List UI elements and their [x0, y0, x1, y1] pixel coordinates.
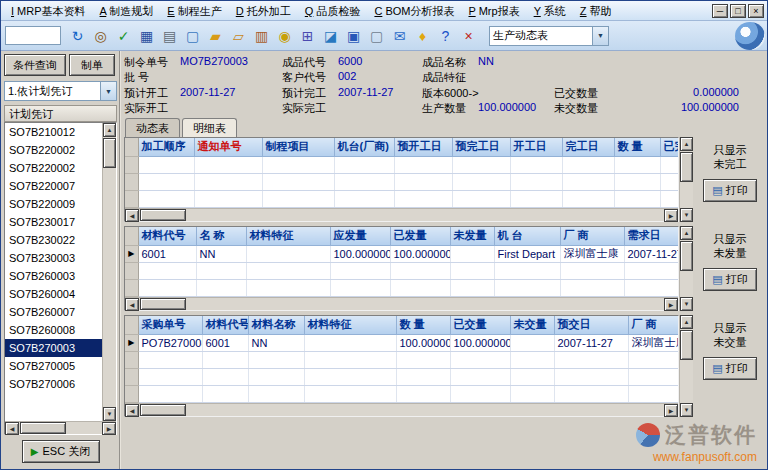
column-header[interactable]: 材料特征 — [304, 316, 396, 334]
column-header[interactable]: 已发量 — [390, 227, 450, 245]
scroll-left-button[interactable]: ◀ — [5, 422, 19, 435]
scroll-down-button[interactable]: ▼ — [680, 403, 693, 417]
order-list-item[interactable]: SO7B270005 — [5, 357, 102, 375]
column-header[interactable]: 数 量 — [396, 316, 450, 334]
column-header[interactable]: 数 量 — [614, 138, 660, 156]
menu-item[interactable]: Z 帮助 — [573, 1, 619, 20]
bell-icon[interactable]: ♦ — [411, 24, 434, 48]
coins-icon[interactable]: ◉ — [273, 24, 296, 48]
grid-row[interactable] — [125, 173, 678, 190]
scroll-up-button[interactable]: ▲ — [680, 315, 693, 329]
column-header[interactable]: 厂 商 — [560, 227, 624, 245]
grid-row[interactable] — [125, 385, 678, 402]
grid-row[interactable] — [125, 351, 678, 368]
scrollbar-track[interactable] — [187, 298, 664, 310]
help-icon[interactable]: ? — [434, 24, 457, 48]
scrollbar-thumb[interactable] — [103, 138, 116, 168]
order-list-item[interactable]: SO7B230017 — [5, 213, 102, 231]
scrollbar-track[interactable] — [187, 209, 664, 221]
scroll-up-button[interactable]: ▲ — [103, 123, 116, 137]
grid-row[interactable] — [125, 190, 678, 207]
tab-detail-view[interactable]: 明细表 — [182, 118, 237, 137]
chevron-down-icon[interactable]: ▼ — [100, 82, 116, 100]
column-header[interactable]: 材料特征 — [246, 227, 330, 245]
column-header[interactable]: 名 称 — [196, 227, 246, 245]
column-header[interactable]: 制程项目 — [262, 138, 334, 156]
order-list-item[interactable]: SO7B230003 — [5, 249, 102, 267]
scroll-up-button[interactable]: ▲ — [680, 137, 693, 151]
column-header[interactable]: 已交量 — [450, 316, 510, 334]
only-unfinished-filter[interactable]: 只显示 未完工 — [714, 143, 747, 171]
esc-close-button[interactable]: ▶ ESC 关闭 — [22, 440, 100, 463]
scroll-down-button[interactable]: ▼ — [680, 297, 693, 311]
column-header[interactable]: 材料名称 — [248, 316, 304, 334]
column-header[interactable]: 厂 商 — [628, 316, 678, 334]
chart-icon[interactable]: ◪ — [319, 24, 342, 48]
order-list-vertical-scrollbar[interactable]: ▲▼ — [102, 123, 116, 421]
column-header[interactable]: 完工日 — [562, 138, 614, 156]
scrollbar-track[interactable] — [680, 182, 693, 208]
scrollbar-track[interactable] — [67, 422, 102, 434]
scroll-right-button[interactable]: ▶ — [102, 422, 116, 435]
scrollbar-thumb[interactable] — [140, 404, 186, 416]
grid-row[interactable] — [125, 262, 678, 279]
column-header[interactable]: 预交日 — [554, 316, 628, 334]
order-list-item[interactable]: SO7B260004 — [5, 285, 102, 303]
maximize-button[interactable]: □ — [730, 4, 746, 18]
order-filter-select[interactable]: 1.依计划凭订 ▼ — [4, 81, 117, 101]
scroll-left-button[interactable]: ◀ — [125, 298, 139, 311]
purchase-grid-vertical-scrollbar[interactable]: ▲▼ — [679, 315, 693, 417]
column-header[interactable]: 材料代号 — [138, 227, 196, 245]
scrollbar-thumb[interactable] — [20, 422, 66, 434]
document-icon[interactable]: ▢ — [365, 24, 388, 48]
print-process-button[interactable]: ▤ 打印 — [703, 179, 757, 202]
order-list-item[interactable]: SO7B260003 — [5, 267, 102, 285]
folder-open-icon[interactable]: ▱ — [227, 24, 250, 48]
print-material-button[interactable]: ▤ 打印 — [703, 268, 757, 291]
column-header[interactable]: 通知单号 — [194, 138, 262, 156]
exit-icon[interactable]: × — [457, 24, 480, 48]
order-list-horizontal-scrollbar[interactable]: ◀▶ — [5, 421, 116, 434]
minimize-button[interactable]: ─ — [712, 4, 728, 18]
calculator-icon[interactable]: ⊞ — [296, 24, 319, 48]
order-list-item[interactable]: SO7B220009 — [5, 195, 102, 213]
menu-item[interactable]: C BOM分析报表 — [367, 1, 461, 20]
view-select[interactable]: 生产动态表 ▼ — [489, 26, 609, 46]
print-purchase-button[interactable]: ▤ 打印 — [703, 357, 757, 380]
scrollbar-thumb[interactable] — [680, 152, 693, 182]
menu-item[interactable]: Q 品质检验 — [298, 1, 368, 20]
scrollbar-track[interactable] — [680, 271, 693, 297]
menu-item[interactable]: D 托外加工 — [229, 1, 298, 20]
purchase-grid-horizontal-scrollbar[interactable]: ◀▶ — [125, 403, 678, 416]
save-icon[interactable]: ▦ — [135, 24, 158, 48]
scroll-right-button[interactable]: ▶ — [664, 404, 678, 417]
scroll-right-button[interactable]: ▶ — [664, 298, 678, 311]
scrollbar-track[interactable] — [187, 404, 664, 416]
grid-row[interactable] — [125, 156, 678, 173]
chevron-down-icon[interactable]: ▼ — [592, 27, 608, 45]
scrollbar-track[interactable] — [680, 360, 693, 403]
column-header[interactable]: 机台(厂商) — [334, 138, 394, 156]
column-header[interactable]: 开工日 — [510, 138, 562, 156]
column-header[interactable]: 预完工日 — [452, 138, 510, 156]
scroll-down-button[interactable]: ▼ — [680, 208, 693, 222]
column-header[interactable]: 预开工日 — [394, 138, 452, 156]
order-list-item[interactable]: SO7B260008 — [5, 321, 102, 339]
column-header[interactable]: 加工顺序 — [138, 138, 194, 156]
only-undelivered-filter[interactable]: 只显示 未交量 — [714, 321, 747, 349]
column-header[interactable]: 未交量 — [510, 316, 554, 334]
menu-item[interactable]: E 制程生产 — [160, 1, 228, 20]
scrollbar-thumb[interactable] — [140, 209, 186, 221]
folder-icon[interactable]: ▰ — [204, 24, 227, 48]
column-header[interactable]: 采购单号 — [138, 316, 202, 334]
column-header[interactable]: 应发量 — [330, 227, 390, 245]
order-list-item[interactable]: SO7B270006 — [5, 375, 102, 393]
order-list-item[interactable]: SO7B220002 — [5, 141, 102, 159]
menu-item[interactable]: I MRP基本资料 — [4, 1, 93, 20]
order-list-item[interactable]: SO7B220002 — [5, 159, 102, 177]
column-header[interactable]: 材料代号 — [202, 316, 248, 334]
scrollbar-thumb[interactable] — [680, 330, 693, 360]
scroll-up-button[interactable]: ▲ — [680, 226, 693, 240]
mail-icon[interactable]: ✉ — [388, 24, 411, 48]
condition-query-button[interactable]: 条件查询 — [4, 54, 66, 76]
